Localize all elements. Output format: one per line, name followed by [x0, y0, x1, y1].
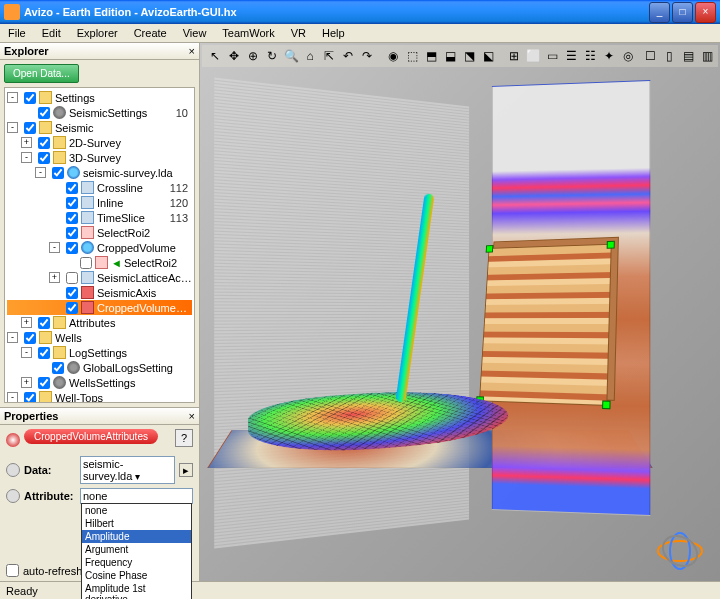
dropdown-option[interactable]: Cosine Phase	[82, 569, 191, 582]
display-tool-4[interactable]: ☷	[581, 47, 599, 65]
view-tool-0[interactable]: ◉	[384, 47, 402, 65]
tree-item[interactable]: ◄SelectRoi2	[7, 255, 192, 270]
layout-tool-0[interactable]: ☐	[641, 47, 659, 65]
tree-item[interactable]: Crossline112	[7, 180, 192, 195]
tree-toggle-icon[interactable]: -	[7, 122, 18, 133]
tree-item[interactable]: GlobalLogsSetting	[7, 360, 192, 375]
view-tool-5[interactable]: ⬕	[479, 47, 497, 65]
nav-tool-4[interactable]: 🔍	[282, 47, 300, 65]
data-dropdown[interactable]: seismic-survey.lda ▾	[80, 456, 175, 484]
explorer-close-icon[interactable]: ×	[189, 45, 195, 57]
tree-item[interactable]: +2D-Survey	[7, 135, 192, 150]
tree-item[interactable]: -LogSettings	[7, 345, 192, 360]
menu-edit[interactable]: Edit	[38, 26, 65, 40]
display-tool-6[interactable]: ◎	[619, 47, 637, 65]
auto-refresh-checkbox[interactable]	[6, 564, 19, 577]
tree-checkbox[interactable]	[66, 272, 78, 284]
tree-item[interactable]: SeismicAxis	[7, 285, 192, 300]
roi-handle[interactable]	[602, 400, 611, 409]
tree-checkbox[interactable]	[24, 332, 36, 344]
tree-checkbox[interactable]	[52, 362, 64, 374]
tree-checkbox[interactable]	[66, 212, 78, 224]
view-tool-3[interactable]: ⬓	[441, 47, 459, 65]
layout-tool-1[interactable]: ▯	[660, 47, 678, 65]
attribute-dropdown-list[interactable]: noneHilbertAmplitudeArgumentFrequencyCos…	[81, 503, 192, 599]
tree-item[interactable]: -seismic-survey.lda	[7, 165, 192, 180]
roi-handle[interactable]	[607, 241, 615, 249]
open-data-button[interactable]: Open Data...	[4, 64, 79, 83]
minimize-button[interactable]: _	[649, 2, 670, 23]
nav-tool-7[interactable]: ↶	[339, 47, 357, 65]
dropdown-option[interactable]: Amplitude 1st derivative	[82, 582, 191, 599]
menu-explorer[interactable]: Explorer	[73, 26, 122, 40]
tree-item[interactable]: -Wells	[7, 330, 192, 345]
tree-item[interactable]: CroppedVolumeAttributes	[7, 300, 192, 315]
nav-tool-8[interactable]: ↷	[358, 47, 376, 65]
menu-help[interactable]: Help	[318, 26, 349, 40]
module-badge[interactable]: CroppedVolumeAttributes	[24, 429, 158, 444]
tree-checkbox[interactable]	[38, 317, 50, 329]
tree-checkbox[interactable]	[66, 182, 78, 194]
menu-create[interactable]: Create	[130, 26, 171, 40]
tree-checkbox[interactable]	[38, 107, 50, 119]
tree-checkbox[interactable]	[66, 227, 78, 239]
view-tool-4[interactable]: ⬔	[460, 47, 478, 65]
tree-item[interactable]: -CroppedVolume	[7, 240, 192, 255]
display-tool-2[interactable]: ▭	[543, 47, 561, 65]
menu-file[interactable]: File	[4, 26, 30, 40]
menu-vr[interactable]: VR	[287, 26, 310, 40]
view-tool-1[interactable]: ⬚	[403, 47, 421, 65]
maximize-button[interactable]: □	[672, 2, 693, 23]
layout-tool-2[interactable]: ▤	[679, 47, 697, 65]
tree-item[interactable]: -Well-Tops	[7, 390, 192, 403]
tree-item[interactable]: +SeismicLatticeAccess	[7, 270, 192, 285]
tree-toggle-icon[interactable]: -	[49, 242, 60, 253]
tree-item[interactable]: +WellsSettings	[7, 375, 192, 390]
tree-toggle-icon[interactable]: -	[7, 332, 18, 343]
tree-item[interactable]: Inline120	[7, 195, 192, 210]
tree-toggle-icon[interactable]: +	[49, 272, 60, 283]
orientation-triad[interactable]	[650, 521, 710, 571]
tree-toggle-icon[interactable]: +	[21, 377, 32, 388]
tree-checkbox[interactable]	[24, 392, 36, 404]
tree-toggle-icon[interactable]: -	[21, 347, 32, 358]
tree-checkbox[interactable]	[24, 122, 36, 134]
dropdown-option[interactable]: Argument	[82, 543, 191, 556]
data-goto-button[interactable]: ▸	[179, 463, 193, 477]
tree-checkbox[interactable]	[38, 137, 50, 149]
tree-item[interactable]: -Settings	[7, 90, 192, 105]
nav-tool-5[interactable]: ⌂	[301, 47, 319, 65]
tree-toggle-icon[interactable]: -	[21, 152, 32, 163]
pin-icon[interactable]	[6, 463, 20, 477]
dropdown-option[interactable]: Frequency	[82, 556, 191, 569]
close-button[interactable]: ×	[695, 2, 716, 23]
display-tool-1[interactable]: ⬜	[524, 47, 542, 65]
dropdown-option[interactable]: Amplitude	[82, 530, 191, 543]
menu-teamwork[interactable]: TeamWork	[218, 26, 278, 40]
help-button[interactable]: ?	[175, 429, 193, 447]
tree-toggle-icon[interactable]: -	[35, 167, 46, 178]
display-tool-3[interactable]: ☰	[562, 47, 580, 65]
tree-item[interactable]: SeismicSettings10	[7, 105, 192, 120]
display-tool-5[interactable]: ✦	[600, 47, 618, 65]
tree-item[interactable]: -3D-Survey	[7, 150, 192, 165]
view-tool-2[interactable]: ⬒	[422, 47, 440, 65]
roi-handle[interactable]	[486, 245, 494, 253]
tree-checkbox[interactable]	[38, 377, 50, 389]
nav-tool-3[interactable]: ↻	[263, 47, 281, 65]
tree-toggle-icon[interactable]: +	[21, 137, 32, 148]
tree-item[interactable]: +Attributes	[7, 315, 192, 330]
tree-toggle-icon[interactable]: -	[7, 392, 18, 403]
module-link-icon[interactable]	[6, 433, 20, 447]
tree-checkbox[interactable]	[66, 287, 78, 299]
nav-tool-6[interactable]: ⇱	[320, 47, 338, 65]
display-tool-0[interactable]: ⊞	[505, 47, 523, 65]
cropped-volume[interactable]	[479, 244, 612, 406]
tree-item[interactable]: SelectRoi2	[7, 225, 192, 240]
tree-checkbox[interactable]	[66, 302, 78, 314]
tree-checkbox[interactable]	[38, 347, 50, 359]
tree-checkbox[interactable]	[24, 92, 36, 104]
menu-view[interactable]: View	[179, 26, 211, 40]
tree-checkbox[interactable]	[66, 242, 78, 254]
dropdown-option[interactable]: Hilbert	[82, 517, 191, 530]
